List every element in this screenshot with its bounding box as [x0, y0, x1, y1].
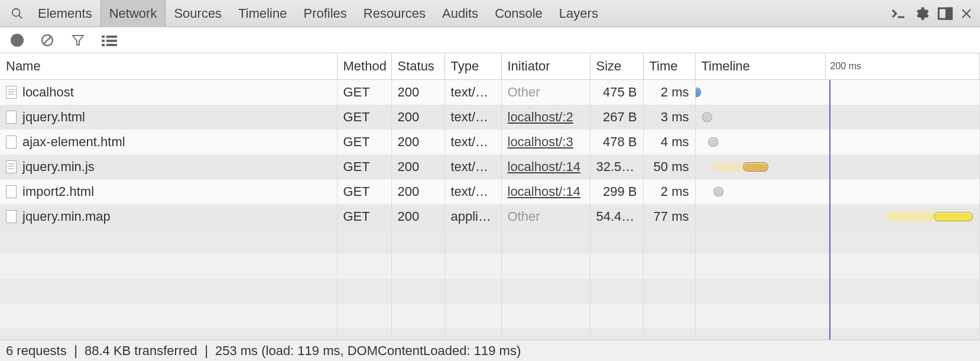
- cell-size: 475 B: [590, 79, 643, 105]
- cell-timeline: [695, 179, 980, 204]
- cell-timeline: [695, 79, 980, 105]
- empty-row: [0, 328, 980, 340]
- tab-layers[interactable]: Layers: [551, 0, 606, 27]
- cell-timeline: [695, 154, 980, 179]
- cell-type: text/…: [444, 105, 501, 130]
- close-icon[interactable]: [961, 8, 972, 19]
- table-row[interactable]: jquery.htmlGET200text/…localhost/:2267 B…: [0, 105, 980, 130]
- cell-name: localhost: [0, 79, 337, 105]
- cell-type: text/…: [444, 79, 501, 105]
- timeline-tick-label: 200 ms: [825, 53, 861, 79]
- table-row[interactable]: jquery.min.mapGET200appli…Other54.4 KB77…: [0, 204, 980, 229]
- cell-timeline: [695, 204, 980, 229]
- cell-time: 2 ms: [643, 179, 695, 204]
- column-header-name[interactable]: Name: [0, 53, 337, 79]
- cell-method: GET: [337, 105, 391, 130]
- cell-initiator[interactable]: localhost/:14: [501, 154, 590, 179]
- empty-row: [0, 304, 980, 328]
- cell-method: GET: [337, 79, 391, 105]
- file-icon: [6, 86, 17, 99]
- column-header-initiator[interactable]: Initiator: [501, 53, 590, 79]
- column-header-type[interactable]: Type: [444, 53, 501, 79]
- cell-time: 50 ms: [643, 154, 695, 179]
- clear-icon[interactable]: [40, 33, 54, 47]
- column-header-status[interactable]: Status: [391, 53, 444, 79]
- cell-initiator: Other: [501, 204, 590, 229]
- timing-bar-receive: [743, 162, 768, 172]
- table-row[interactable]: jquery.min.jsGET200text/…localhost/:1432…: [0, 154, 980, 179]
- domcontentloaded-marker: [829, 105, 830, 130]
- column-header-time[interactable]: Time: [643, 53, 695, 79]
- gear-icon[interactable]: [914, 6, 929, 21]
- column-header-timeline[interactable]: Timeline 200 ms: [695, 53, 980, 79]
- dock-icon[interactable]: [937, 7, 953, 20]
- cell-status: 200: [391, 154, 444, 179]
- domcontentloaded-marker: [829, 80, 830, 105]
- cell-time: 4 ms: [643, 130, 695, 154]
- cell-type: text/…: [444, 179, 501, 204]
- column-header-size[interactable]: Size: [590, 53, 643, 79]
- status-text: 6 requests ❘ 88.4 KB transferred ❘ 253 m…: [6, 343, 521, 359]
- file-icon: [6, 136, 17, 149]
- tab-elements[interactable]: Elements: [30, 0, 100, 27]
- domcontentloaded-marker: [829, 130, 830, 154]
- cell-status: 200: [391, 105, 444, 130]
- tab-resources[interactable]: Resources: [355, 0, 434, 27]
- cell-timeline: [695, 130, 980, 154]
- cell-initiator: Other: [501, 79, 590, 105]
- file-icon: [6, 210, 17, 223]
- tab-network[interactable]: Network: [100, 0, 166, 27]
- file-name: import2.html: [22, 184, 94, 199]
- cell-name: jquery.min.js: [0, 154, 337, 179]
- tab-profiles[interactable]: Profiles: [295, 0, 355, 27]
- domcontentloaded-marker: [829, 154, 830, 179]
- table-row[interactable]: import2.htmlGET200text/…localhost/:14299…: [0, 179, 980, 204]
- svg-rect-14: [102, 44, 105, 46]
- svg-rect-12: [102, 40, 105, 42]
- cell-name: import2.html: [0, 179, 337, 204]
- file-icon: [6, 185, 17, 198]
- svg-rect-11: [106, 36, 117, 38]
- empty-row: [0, 254, 980, 279]
- cell-size: 32.5 KB: [590, 154, 643, 179]
- cell-time: 77 ms: [643, 204, 695, 229]
- cell-status: 200: [391, 204, 444, 229]
- cell-initiator[interactable]: localhost/:2: [501, 105, 590, 130]
- cell-size: 299 B: [590, 179, 643, 204]
- cell-time: 3 ms: [643, 105, 695, 130]
- console-drawer-icon[interactable]: [891, 8, 906, 20]
- record-icon[interactable]: [11, 34, 24, 47]
- cell-size: 267 B: [590, 105, 643, 130]
- tab-audits[interactable]: Audits: [434, 0, 486, 27]
- table-row[interactable]: localhostGET200text/…Other475 B2 ms: [0, 79, 980, 105]
- cell-method: GET: [337, 204, 391, 229]
- table-row[interactable]: ajax-element.htmlGET200text/…localhost/:…: [0, 130, 980, 154]
- tab-sources[interactable]: Sources: [166, 0, 230, 27]
- svg-rect-13: [106, 40, 117, 42]
- file-icon: [6, 160, 17, 173]
- file-icon: [6, 111, 17, 124]
- cell-initiator[interactable]: localhost/:3: [501, 130, 590, 154]
- tab-timeline[interactable]: Timeline: [230, 0, 295, 27]
- empty-row: [0, 279, 980, 304]
- file-name: ajax-element.html: [22, 134, 125, 149]
- cell-type: text/…: [444, 130, 501, 154]
- filter-icon[interactable]: [71, 33, 85, 47]
- cell-status: 200: [391, 79, 444, 105]
- svg-line-1: [19, 15, 22, 18]
- timing-bar-receive: [708, 137, 718, 147]
- devtools-tabbar: ElementsNetworkSourcesTimelineProfilesRe…: [0, 0, 980, 27]
- domcontentloaded-marker: [829, 204, 830, 229]
- tab-console[interactable]: Console: [486, 0, 551, 27]
- column-header-method[interactable]: Method: [337, 53, 391, 79]
- cell-name: jquery.min.map: [0, 204, 337, 229]
- cell-name: ajax-element.html: [0, 130, 337, 154]
- search-icon[interactable]: [5, 7, 30, 20]
- file-name: localhost: [22, 85, 74, 99]
- cell-size: 478 B: [590, 130, 643, 154]
- empty-row: [0, 229, 980, 254]
- svg-line-8: [44, 37, 51, 44]
- list-view-icon[interactable]: [102, 34, 117, 46]
- cell-name: jquery.html: [0, 105, 337, 130]
- cell-initiator[interactable]: localhost/:14: [501, 179, 590, 204]
